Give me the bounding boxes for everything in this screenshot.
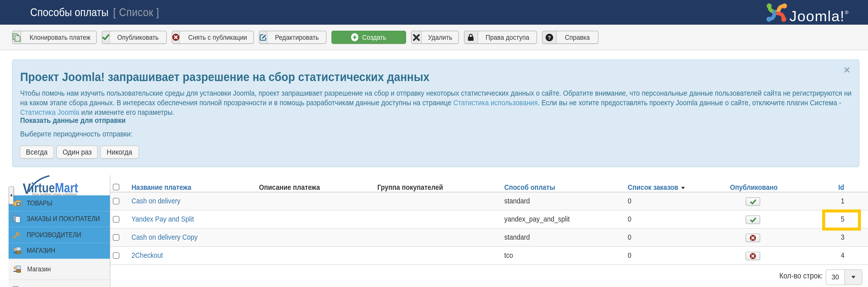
svg-text:free online shop solution: free online shop solution	[32, 192, 77, 196]
svg-text:?: ?	[548, 34, 551, 40]
